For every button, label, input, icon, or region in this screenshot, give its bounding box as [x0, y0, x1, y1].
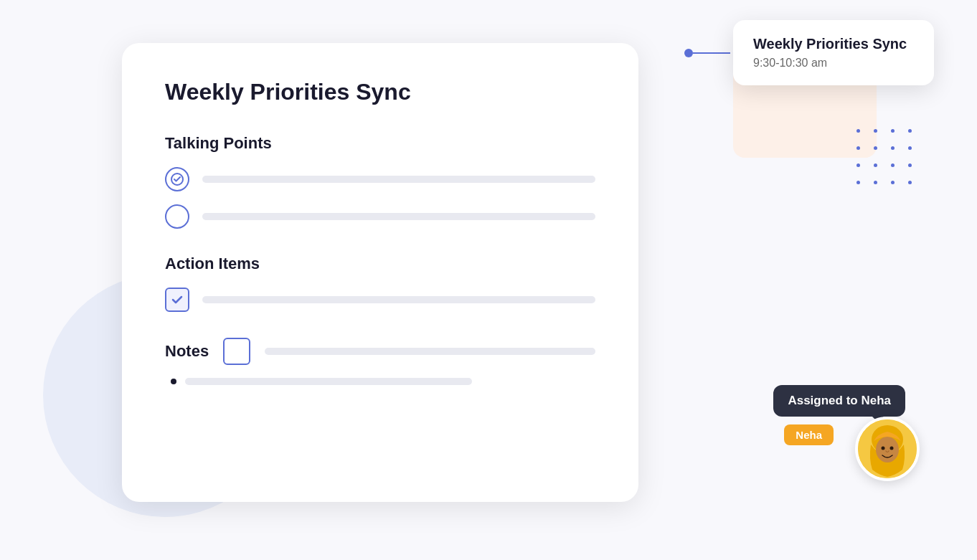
notes-section: Notes: [165, 338, 595, 385]
svg-point-4: [882, 447, 885, 450]
timeline-line: [693, 52, 730, 54]
svg-point-5: [890, 447, 894, 450]
notes-row: Notes: [165, 338, 595, 365]
timeline-connector: [684, 49, 730, 57]
line-placeholder-1: [202, 176, 595, 183]
line-placeholder-action-1: [202, 296, 595, 303]
line-placeholder-2: [202, 213, 595, 220]
talking-point-item-1: [165, 167, 595, 191]
talking-points-title: Talking Points: [165, 134, 595, 153]
tooltip-text: Assigned to Neha: [788, 394, 891, 407]
talking-points-section: Talking Points: [165, 134, 595, 229]
assigned-tooltip: Assigned to Neha: [773, 385, 905, 417]
checkbox-circle-checked-1[interactable]: [165, 167, 189, 191]
calendar-popup-card: Weekly Priorities Sync 9:30-10:30 am: [733, 20, 934, 85]
bullet-point: [171, 379, 176, 384]
dot-grid-decoration: [856, 129, 920, 192]
action-items-section: Action Items: [165, 255, 595, 312]
calendar-popup-title: Weekly Priorities Sync: [753, 36, 914, 52]
checkbox-circle-empty-2[interactable]: [165, 204, 189, 229]
neha-avatar: [855, 417, 920, 481]
talking-point-item-2: [165, 204, 595, 229]
neha-tag-label: Neha: [796, 429, 822, 441]
notes-bullet-row: [165, 378, 595, 385]
line-placeholder-bullet: [185, 378, 472, 385]
main-card: Weekly Priorities Sync Talking Points Ac…: [122, 43, 638, 502]
neha-tag: Neha: [784, 424, 834, 445]
avatar-image: [858, 419, 917, 478]
card-title: Weekly Priorities Sync: [165, 79, 595, 105]
checkbox-square-checked-1[interactable]: [165, 288, 189, 312]
action-item-1: [165, 288, 595, 312]
timeline-dot: [684, 49, 693, 57]
calendar-popup-time: 9:30-10:30 am: [753, 57, 914, 70]
notes-title: Notes: [165, 342, 209, 361]
notes-checkbox-empty[interactable]: [223, 338, 250, 365]
svg-point-3: [876, 437, 899, 462]
action-items-title: Action Items: [165, 255, 595, 273]
line-placeholder-notes: [265, 348, 595, 355]
